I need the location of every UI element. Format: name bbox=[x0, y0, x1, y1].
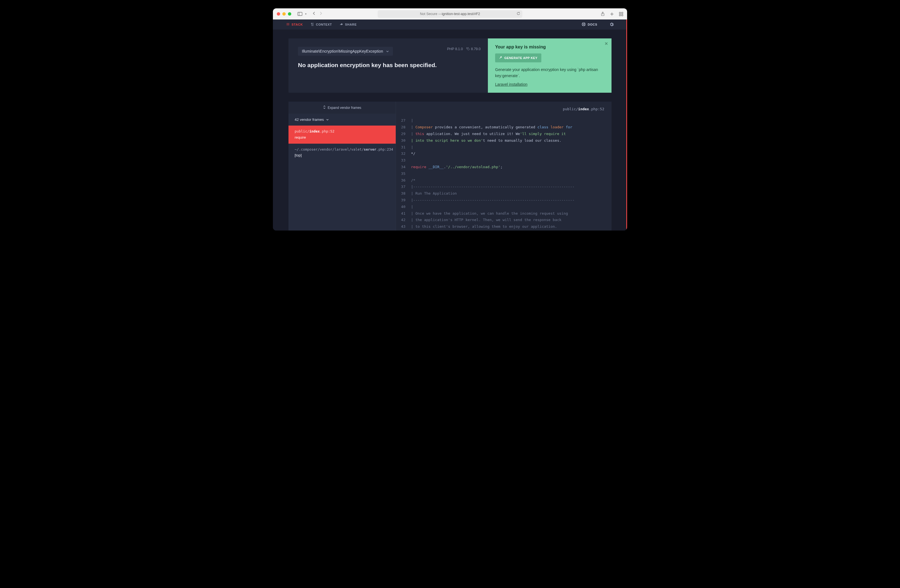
solution-title: Your app key is missing bbox=[495, 45, 604, 50]
titlebar: ▾ Not Secure — ignition-test-app.test/#F… bbox=[273, 8, 627, 20]
stack-area: Expand vendor frames 42 vendor frames pu… bbox=[289, 102, 611, 231]
file-path-ext: .php bbox=[589, 107, 597, 111]
chevron-down-icon bbox=[326, 118, 329, 121]
solution-panel: ✕ Your app key is missing GENERATE APP K… bbox=[488, 39, 611, 93]
nav-docs[interactable]: DOCS bbox=[582, 22, 597, 27]
php-version: PHP 8.1.0 bbox=[447, 47, 463, 51]
solution-description: Generate your application encryption key… bbox=[495, 67, 604, 79]
svg-rect-5 bbox=[619, 12, 621, 14]
frame-path: ~/.composer/vendor/laravel/valet/server.… bbox=[295, 147, 389, 152]
reload-icon[interactable] bbox=[517, 12, 520, 16]
close-solution-button[interactable]: ✕ bbox=[605, 41, 608, 46]
file-path-line: :52 bbox=[598, 107, 604, 111]
generate-button-label: GENERATE APP KEY bbox=[504, 56, 537, 60]
ignition-app: STACK CONTEXT SHARE DOCS bbox=[273, 20, 627, 231]
svg-line-16 bbox=[583, 25, 583, 26]
exception-class: Illuminate\Encryption\MissingAppKeyExcep… bbox=[302, 49, 383, 53]
laravel-version: 8.79.0 bbox=[471, 47, 481, 51]
file-path-name: index bbox=[578, 107, 589, 111]
code-lines: || Composer provides a convenient, autom… bbox=[408, 116, 611, 231]
lifebuoy-icon bbox=[582, 22, 586, 27]
new-tab-icon[interactable] bbox=[610, 12, 614, 16]
nav-stack[interactable]: STACK bbox=[286, 23, 303, 26]
nav-docs-label: DOCS bbox=[588, 23, 597, 26]
laravel-icon bbox=[466, 47, 470, 51]
top-nav: STACK CONTEXT SHARE DOCS bbox=[273, 20, 627, 29]
error-card: Illuminate\Encryption\MissingAppKeyExcep… bbox=[289, 39, 611, 93]
line-gutter: 2728293031323334353637383940414243 bbox=[396, 116, 408, 231]
expand-icon bbox=[323, 105, 326, 110]
context-icon bbox=[311, 23, 314, 26]
svg-rect-7 bbox=[619, 14, 621, 16]
sidebar-toggle-icon[interactable] bbox=[297, 12, 303, 16]
nav-forward-icon[interactable] bbox=[320, 11, 322, 16]
nav-share[interactable]: SHARE bbox=[340, 23, 357, 26]
svg-rect-6 bbox=[622, 12, 623, 14]
vendor-frames-count: 42 vendor frames bbox=[295, 118, 324, 122]
frames-column: Expand vendor frames 42 vendor frames pu… bbox=[289, 102, 396, 231]
version-meta: PHP 8.1.0 8.79.0 bbox=[447, 47, 481, 51]
code-file-header: public/index.php:52 bbox=[396, 102, 611, 116]
nav-stack-label: STACK bbox=[292, 23, 303, 26]
minimize-window-button[interactable] bbox=[282, 12, 286, 16]
error-message: No application encryption key has been s… bbox=[298, 62, 478, 68]
svg-line-14 bbox=[583, 23, 583, 24]
chevron-down-icon[interactable]: ▾ bbox=[305, 12, 307, 15]
not-secure-label: Not Secure — bbox=[420, 12, 442, 16]
stack-icon bbox=[286, 23, 290, 26]
frame-function: require bbox=[295, 135, 389, 140]
tabs-overview-icon[interactable] bbox=[619, 12, 623, 16]
svg-point-13 bbox=[583, 24, 585, 25]
vendor-frames-dropdown[interactable]: 42 vendor frames bbox=[289, 113, 396, 126]
frame-path: public/index.php:52 bbox=[295, 129, 389, 134]
browser-window: ▾ Not Secure — ignition-test-app.test/#F… bbox=[273, 8, 627, 231]
stack-frame[interactable]: ~/.composer/vendor/laravel/valet/server.… bbox=[289, 144, 396, 161]
svg-rect-8 bbox=[622, 14, 623, 16]
chevron-down-icon bbox=[386, 50, 389, 53]
svg-rect-0 bbox=[298, 12, 302, 16]
nav-share-label: SHARE bbox=[345, 23, 357, 26]
share-arrow-icon bbox=[340, 23, 343, 26]
url-bar[interactable]: Not Secure — ignition-test-app.test/#F2 bbox=[378, 10, 522, 18]
error-indicator-stripe bbox=[626, 20, 627, 231]
svg-line-17 bbox=[584, 25, 585, 26]
solution-link[interactable]: Laravel installation bbox=[495, 82, 604, 87]
gear-icon bbox=[610, 24, 614, 27]
generate-app-key-button[interactable]: GENERATE APP KEY bbox=[495, 53, 542, 62]
share-icon[interactable] bbox=[601, 12, 605, 16]
stack-frame[interactable]: public/index.php:52require bbox=[289, 126, 396, 143]
exception-chip[interactable]: Illuminate\Encryption\MissingAppKeyExcep… bbox=[298, 47, 393, 56]
code-body[interactable]: 2728293031323334353637383940414243 || Co… bbox=[396, 116, 611, 231]
file-path-pre: public/ bbox=[563, 107, 578, 111]
settings-button[interactable] bbox=[610, 22, 614, 27]
svg-line-15 bbox=[584, 23, 585, 24]
nav-back-icon[interactable] bbox=[313, 11, 315, 16]
frame-function: [top] bbox=[295, 152, 389, 158]
nav-context-label: CONTEXT bbox=[316, 23, 332, 26]
expand-vendor-label: Expand vendor frames bbox=[328, 106, 362, 110]
code-column: public/index.php:52 27282930313233343536… bbox=[396, 102, 611, 231]
traffic-lights bbox=[277, 12, 291, 16]
nav-context[interactable]: CONTEXT bbox=[311, 23, 332, 26]
maximize-window-button[interactable] bbox=[288, 12, 291, 16]
expand-vendor-frames[interactable]: Expand vendor frames bbox=[289, 102, 396, 113]
close-window-button[interactable] bbox=[277, 12, 280, 16]
url-text: ignition-test-app.test/#F2 bbox=[442, 12, 480, 16]
wrench-icon bbox=[499, 56, 502, 60]
